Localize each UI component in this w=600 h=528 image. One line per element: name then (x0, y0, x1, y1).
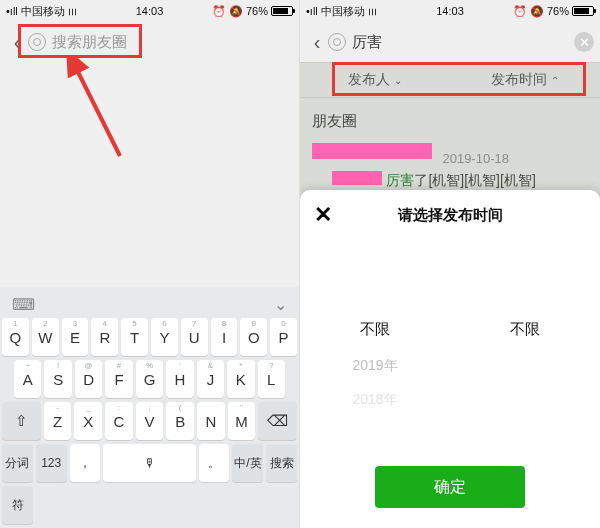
clock: 14:03 (136, 5, 164, 17)
search-header: ‹ 搜索朋友圈 (0, 22, 299, 62)
battery-icon (572, 6, 594, 16)
clear-search-button[interactable]: ✕ (574, 32, 594, 52)
key-k[interactable]: *K (227, 360, 254, 398)
key-row-5: 符 (2, 486, 297, 524)
key-d[interactable]: @D (75, 360, 102, 398)
post-text: 厉害了[机智][机智][机智] (386, 172, 535, 188)
key-v[interactable]: ;V (136, 402, 164, 440)
key-l[interactable]: ?L (258, 360, 285, 398)
moments-search-icon (328, 33, 346, 51)
key-f[interactable]: #F (105, 360, 132, 398)
key-search[interactable]: 搜索 (266, 444, 297, 482)
key-comma[interactable]: ， (70, 444, 101, 482)
picker-col-end[interactable]: 不限 (460, 310, 590, 417)
tab-time-label: 发布时间 (491, 71, 547, 89)
redacted-name (312, 143, 432, 159)
alarm-icon: ⏰ (212, 5, 226, 18)
search-input[interactable]: 搜索朋友圈 (52, 33, 293, 52)
date-picker-wheels[interactable]: 不限 2019年 2018年 不限 (300, 310, 600, 417)
key-space[interactable]: 🎙 (103, 444, 195, 482)
date-picker-sheet: ✕ 请选择发布时间 不限 2019年 2018年 不限 确定 (300, 190, 600, 528)
chevron-up-icon: ⌃ (551, 75, 559, 86)
key-y[interactable]: 6Y (151, 318, 178, 356)
status-bar: •ıll 中国移动 14:03 ⏰ 🔕 76% (0, 0, 299, 22)
keyboard: ⌨ ⌄ 1Q2W3E4R5T6Y7U8I9O0P ~A!S@D#F%G'H&J*… (0, 287, 299, 528)
dnd-icon: 🔕 (229, 5, 243, 18)
key-lang[interactable]: 中/英 (232, 444, 263, 482)
key-row-1: 1Q2W3E4R5T6Y7U8I9O0P (2, 318, 297, 356)
key-g[interactable]: %G (136, 360, 163, 398)
back-button[interactable]: ‹ (306, 31, 328, 54)
search-input[interactable]: 厉害 (352, 33, 574, 52)
dnd-icon: 🔕 (530, 5, 544, 18)
key-backspace[interactable]: ⌫ (258, 402, 297, 440)
key-r[interactable]: 4R (91, 318, 118, 356)
key-e[interactable]: 3E (62, 318, 89, 356)
tab-publish-time[interactable]: 发布时间 ⌃ (450, 63, 600, 97)
carrier-label: 中国移动 (21, 4, 65, 19)
battery-icon (271, 6, 293, 16)
key-period[interactable]: 。 (199, 444, 230, 482)
key-sym[interactable]: 符 (2, 486, 33, 524)
search-header: ‹ 厉害 ✕ (300, 22, 600, 62)
picker-value: 不限 (310, 310, 440, 349)
wifi-icon (68, 5, 76, 17)
key-t[interactable]: 5T (121, 318, 148, 356)
signal-icon: •ıll (306, 5, 318, 17)
confirm-button[interactable]: 确定 (375, 466, 525, 508)
empty-results-area (0, 62, 299, 302)
key-u[interactable]: 7U (181, 318, 208, 356)
key-s[interactable]: !S (44, 360, 71, 398)
key-row-2: ~A!S@D#F%G'H&J*K?L (2, 360, 297, 398)
signal-icon: •ıll (6, 5, 18, 17)
sheet-title: 请选择发布时间 (398, 206, 503, 225)
redacted-text (332, 171, 382, 185)
key-o[interactable]: 9O (240, 318, 267, 356)
key-w[interactable]: 2W (32, 318, 59, 356)
key-row-3: ⇧-Z_X:C;V(BN"M⌫ (2, 402, 297, 440)
post-date: 2019-10-18 (442, 151, 509, 166)
key-123[interactable]: 123 (36, 444, 67, 482)
key-n[interactable]: N (197, 402, 225, 440)
keyboard-switch-icon[interactable]: ⌨ (12, 295, 35, 314)
filter-tabs: 发布人 ⌄ 发布时间 ⌃ (300, 62, 600, 98)
phone-right: •ıll 中国移动 14:03 ⏰ 🔕 76% ‹ 厉害 ✕ 发布人 ⌄ (300, 0, 600, 528)
tab-publisher[interactable]: 发布人 ⌄ (300, 63, 450, 97)
key-x[interactable]: _X (74, 402, 102, 440)
key-shift[interactable]: ⇧ (2, 402, 41, 440)
key-c[interactable]: :C (105, 402, 133, 440)
phone-left: •ıll 中国移动 14:03 ⏰ 🔕 76% ‹ 搜索朋友圈 ⌨ ⌄ (0, 0, 300, 528)
key-b[interactable]: (B (166, 402, 194, 440)
mic-icon: 🎙 (144, 456, 156, 470)
carrier-label: 中国移动 (321, 4, 365, 19)
clock: 14:03 (436, 5, 464, 17)
alarm-icon: ⏰ (513, 5, 527, 18)
wifi-icon (368, 5, 376, 17)
back-button[interactable]: ‹ (6, 31, 28, 54)
key-q[interactable]: 1Q (2, 318, 29, 356)
sheet-close-button[interactable]: ✕ (314, 202, 332, 228)
battery-pct: 76% (547, 5, 569, 17)
picker-value: 不限 (460, 310, 590, 349)
section-moments-title: 朋友圈 (300, 98, 600, 139)
picker-option: 2019年 (310, 349, 440, 383)
battery-pct: 76% (246, 5, 268, 17)
key-z[interactable]: -Z (44, 402, 72, 440)
key-m[interactable]: "M (228, 402, 256, 440)
keyboard-collapse-icon[interactable]: ⌄ (274, 295, 287, 314)
picker-col-start[interactable]: 不限 2019年 2018年 (310, 310, 440, 417)
key-segment[interactable]: 分词 (2, 444, 33, 482)
key-a[interactable]: ~A (14, 360, 41, 398)
chevron-down-icon: ⌄ (394, 75, 402, 86)
key-p[interactable]: 0P (270, 318, 297, 356)
tab-publisher-label: 发布人 (348, 71, 390, 89)
key-h[interactable]: 'H (166, 360, 193, 398)
key-j[interactable]: &J (197, 360, 224, 398)
status-bar: •ıll 中国移动 14:03 ⏰ 🔕 76% (300, 0, 600, 22)
picker-option: 2018年 (310, 383, 440, 417)
key-row-4: 分词 123 ， 🎙 。 中/英 搜索 (2, 444, 297, 482)
key-i[interactable]: 8I (211, 318, 238, 356)
moments-search-icon (28, 33, 46, 51)
